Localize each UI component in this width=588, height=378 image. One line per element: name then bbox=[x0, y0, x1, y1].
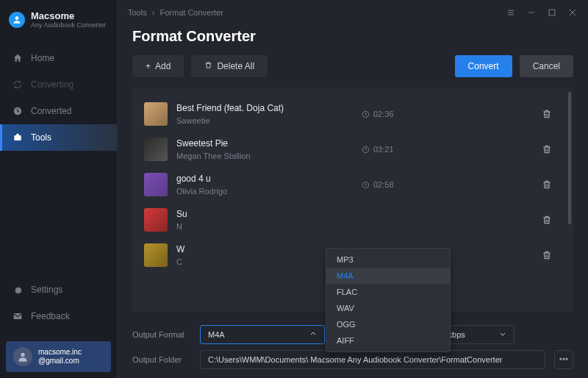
brand: Macsome Any Audiobook Converter bbox=[0, 0, 117, 39]
trash-icon bbox=[542, 179, 552, 190]
track-row[interactable]: good 4 u Olivia Rodrigo 02:58 bbox=[141, 167, 564, 202]
nav: Home Converting Converted Tools bbox=[0, 45, 117, 277]
track-artist: Olivia Rodrigo bbox=[176, 187, 353, 196]
scrollbar[interactable] bbox=[568, 92, 571, 224]
track-duration: 03:21 bbox=[362, 145, 420, 154]
brand-logo-icon bbox=[9, 12, 25, 28]
sidebar-item-tools[interactable]: Tools bbox=[0, 124, 117, 151]
track-title: Best Friend (feat. Doja Cat) bbox=[176, 103, 353, 113]
feedback-icon bbox=[12, 310, 24, 322]
sidebar-item-settings[interactable]: Settings bbox=[0, 277, 117, 303]
svg-point-0 bbox=[15, 16, 19, 20]
home-icon bbox=[12, 52, 24, 64]
track-title: good 4 u bbox=[176, 174, 353, 184]
format-option[interactable]: AIFF bbox=[326, 332, 450, 349]
track-title: Sweetest Pie bbox=[176, 138, 353, 149]
avatar-icon bbox=[13, 347, 32, 366]
sidebar-item-feedback[interactable]: Feedback bbox=[0, 303, 117, 329]
track-artist: Megan Thee Stallion bbox=[176, 151, 353, 160]
cancel-button[interactable]: Cancel bbox=[520, 55, 573, 77]
format-option[interactable]: WAV bbox=[326, 300, 450, 316]
svg-rect-5 bbox=[549, 10, 555, 15]
track-thumbnail bbox=[144, 208, 168, 232]
sidebar: Macsome Any Audiobook Converter Home Con… bbox=[0, 0, 118, 378]
track-duration: 02:36 bbox=[362, 110, 420, 118]
delete-track-button[interactable] bbox=[537, 104, 557, 124]
output-format-select[interactable]: M4A bbox=[200, 325, 325, 344]
trash-icon bbox=[204, 61, 212, 71]
converting-icon bbox=[12, 79, 24, 90]
clock-icon bbox=[362, 146, 370, 154]
convert-button[interactable]: Convert bbox=[455, 55, 512, 77]
track-artist: N bbox=[176, 222, 353, 231]
tools-icon bbox=[12, 132, 24, 143]
titlebar: Tools › Format Converter bbox=[118, 0, 588, 25]
trash-icon bbox=[542, 109, 552, 119]
format-option[interactable]: FLAC bbox=[326, 284, 450, 300]
close-icon[interactable] bbox=[567, 7, 578, 18]
clock-icon bbox=[362, 110, 370, 118]
track-title: Su bbox=[176, 209, 353, 219]
sidebar-item-label: Converted bbox=[31, 106, 71, 116]
chevron-down-icon bbox=[499, 330, 506, 339]
plus-icon: + bbox=[146, 61, 151, 71]
format-option[interactable]: M4A bbox=[326, 268, 450, 284]
brand-name: Macsome bbox=[31, 10, 106, 21]
delete-track-button[interactable] bbox=[537, 210, 557, 230]
toolbar: + Add Delete All Convert Cancel bbox=[132, 55, 573, 77]
sidebar-item-converted[interactable]: Converted bbox=[0, 98, 117, 124]
minimize-icon[interactable] bbox=[526, 7, 537, 18]
svg-point-4 bbox=[21, 353, 24, 357]
output-folder-label: Output Folder bbox=[132, 355, 191, 364]
sidebar-item-label: Converting bbox=[31, 79, 74, 90]
delete-track-button[interactable] bbox=[537, 245, 557, 265]
sidebar-item-label: Settings bbox=[31, 285, 62, 295]
trash-icon bbox=[542, 215, 552, 225]
track-row[interactable]: Sweetest Pie Megan Thee Stallion 03:21 bbox=[141, 132, 564, 167]
account-card[interactable]: macsome.inc @gmail.com bbox=[6, 341, 111, 372]
converted-icon bbox=[12, 105, 24, 117]
track-artist: Saweetie bbox=[176, 116, 353, 125]
format-option[interactable]: MP3 bbox=[326, 252, 450, 268]
ellipsis-icon: ••• bbox=[559, 354, 569, 365]
trash-icon bbox=[542, 144, 552, 154]
track-row[interactable]: Su N bbox=[141, 202, 564, 238]
trash-icon bbox=[542, 250, 552, 260]
sidebar-item-label: Home bbox=[31, 53, 54, 63]
track-thumbnail bbox=[144, 138, 168, 161]
sidebar-item-home[interactable]: Home bbox=[0, 45, 117, 71]
main: Tools › Format Converter Format Converte… bbox=[118, 0, 588, 378]
browse-folder-button[interactable]: ••• bbox=[554, 350, 573, 369]
maximize-icon[interactable] bbox=[547, 7, 557, 18]
breadcrumb-current: Format Converter bbox=[159, 8, 223, 17]
chevron-up-icon bbox=[309, 330, 317, 339]
add-button[interactable]: + Add bbox=[132, 55, 184, 77]
format-dropdown: MP3M4AFLACWAVOGGAIFF bbox=[326, 248, 451, 352]
breadcrumb: Tools › Format Converter bbox=[128, 8, 223, 17]
page-title: Format Converter bbox=[132, 28, 573, 45]
breadcrumb-root[interactable]: Tools bbox=[128, 8, 147, 17]
format-option[interactable]: OGG bbox=[326, 316, 450, 332]
track-thumbnail bbox=[144, 243, 168, 267]
sidebar-item-label: Feedback bbox=[31, 311, 70, 321]
sidebar-item-label: Tools bbox=[31, 132, 51, 143]
track-duration: 02:58 bbox=[362, 180, 420, 189]
clock-icon bbox=[362, 181, 370, 189]
delete-track-button[interactable] bbox=[537, 174, 557, 195]
delete-all-button[interactable]: Delete All bbox=[191, 55, 268, 77]
brand-subtitle: Any Audiobook Converter bbox=[31, 21, 106, 29]
svg-rect-2 bbox=[14, 135, 21, 140]
track-thumbnail bbox=[144, 173, 168, 196]
delete-track-button[interactable] bbox=[537, 139, 557, 160]
track-row[interactable]: Best Friend (feat. Doja Cat) Saweetie 02… bbox=[141, 96, 564, 132]
output-format-label: Output Format bbox=[132, 330, 191, 339]
gear-icon bbox=[12, 284, 24, 296]
menu-icon[interactable] bbox=[506, 7, 516, 18]
output-folder-field[interactable]: C:\Users\WMM\Documents\ Macsome Any Audi… bbox=[200, 350, 545, 369]
sidebar-item-converting[interactable]: Converting bbox=[0, 71, 117, 98]
account-email: macsome.inc @gmail.com bbox=[38, 348, 82, 365]
track-thumbnail bbox=[144, 102, 168, 126]
